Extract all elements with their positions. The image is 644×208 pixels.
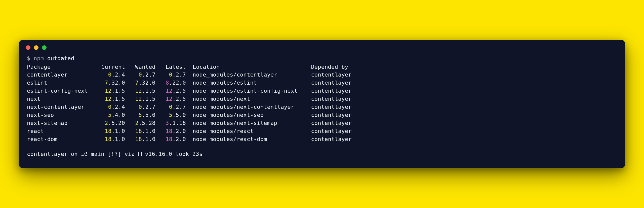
table-row: next-contentlayer 0.2.4 0.2.7 0.2.7 node…: [27, 103, 617, 111]
close-window-button[interactable]: [26, 45, 30, 50]
shell-status-line: contentlayer on ⎇ main [!?] via v16.16.0…: [27, 150, 617, 158]
command-arg: outdated: [47, 55, 74, 61]
node-version: v16.16.0: [145, 151, 172, 157]
project-name: contentlayer: [27, 151, 67, 157]
git-branch-name: main: [91, 151, 104, 157]
node-icon: [138, 152, 142, 156]
maximize-window-button[interactable]: [42, 45, 47, 50]
table-row: next-seo 5.4.0 5.5.0 5.5.0 node_modules/…: [27, 111, 617, 119]
command-npm: npm: [34, 55, 44, 61]
table-row: eslint-config-next 12.1.5 12.1.5 12.2.5 …: [27, 87, 617, 95]
terminal-output[interactable]: $ npm outdatedPackage Current Wanted Lat…: [19, 52, 625, 158]
command-line: $ npm outdated: [27, 54, 617, 62]
terminal-window: $ npm outdatedPackage Current Wanted Lat…: [19, 40, 625, 168]
git-status-flags: [!?]: [108, 151, 121, 157]
status-took: took: [176, 151, 189, 157]
status-on: on: [71, 151, 78, 157]
command-duration: 23s: [192, 151, 203, 157]
table-row: eslint 7.32.0 7.32.0 8.22.0 node_modules…: [27, 79, 617, 87]
minimize-window-button[interactable]: [34, 45, 38, 50]
table-row: react 18.1.0 18.1.0 18.2.0 node_modules/…: [27, 127, 617, 135]
window-titlebar: [19, 40, 625, 52]
table-row: react-dom 18.1.0 18.1.0 18.2.0 node_modu…: [27, 135, 617, 143]
table-body: contentlayer 0.2.4 0.2.7 0.2.7 node_modu…: [27, 71, 617, 143]
table-row: next 12.1.5 12.1.5 12.2.5 node_modules/n…: [27, 95, 617, 103]
table-row: next-sitemap 2.5.20 2.5.28 3.1.18 node_m…: [27, 119, 617, 127]
prompt-symbol: $: [27, 55, 30, 61]
git-branch-icon: ⎇: [81, 151, 87, 157]
status-via: via: [125, 151, 135, 157]
table-row: contentlayer 0.2.4 0.2.7 0.2.7 node_modu…: [27, 71, 617, 79]
table-header: Package Current Wanted Latest Location D…: [27, 63, 617, 71]
